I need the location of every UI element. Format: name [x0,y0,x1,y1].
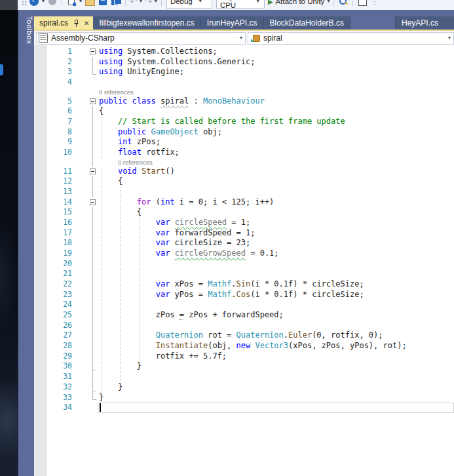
code-line-20[interactable]: 20 [34,259,454,269]
code-line-32[interactable]: 32 } [34,382,454,393]
code-line-6[interactable]: 6{ [34,106,454,117]
code-line-34[interactable]: 34 [34,403,454,413]
code-line-22[interactable]: 22 var xPos = Mathf.Sin(i * 0.1f) * circ… [34,279,454,290]
code-line-29[interactable]: 29 rotfix += 5.7f; [34,351,454,362]
code-line-15[interactable]: 15 { [34,207,454,218]
code-line-18[interactable]: 18 var circleSize = 23; [34,238,454,248]
code-line-2[interactable]: 2using System.Collections.Generic; [34,57,454,68]
code-line-23[interactable]: 23 var yPos = Mathf.Cos(i * 0.1f) * circ… [34,290,454,300]
code-line-30[interactable]: 30 } [34,361,454,372]
redo-icon[interactable]: ↷ [145,0,152,6]
debug-config-select[interactable]: Debug▾ [166,0,212,9]
indent-guide [102,300,102,310]
tab-fillbigtexewallonfirstopen-cs[interactable]: fillbigtexewallonfirstopen.cs [93,16,200,30]
project-dropdown[interactable]: Assembly-CSharp ▾ [36,32,246,45]
save-all-icon[interactable] [111,0,121,7]
code-line-25[interactable]: 25 zPos = zPos + forwardSpeed; [34,310,454,321]
code-line-21[interactable]: 21 [34,269,454,279]
code-line-26[interactable]: 26 [34,321,454,331]
attach-dropdown[interactable]: ▾ [327,0,330,4]
undo-icon[interactable]: ↶ [130,0,137,6]
code-text: var yPos = Mathf.Cos(i * 0.1f) * circleS… [98,290,454,300]
outline-margin [88,269,98,279]
collapse-toggle-icon[interactable] [88,197,98,208]
indent-guide [140,279,140,290]
new-file-icon[interactable] [66,0,77,7]
codelens-text[interactable]: 0 references [98,88,454,96]
codelens-references[interactable]: 0 references [118,159,153,166]
code-line-4[interactable]: 4 [34,77,454,88]
line-number: 8 [47,127,73,138]
code-editor[interactable]: 1using System.Collections;2using System.… [34,45,454,476]
type-dropdown[interactable]: spiral ▾ [248,32,454,45]
redo-dropdown[interactable]: ▾ [155,0,157,4]
find-in-files-icon[interactable] [338,0,349,7]
code-line-16[interactable]: 16 var circleSpeed = 1; [34,218,454,228]
indent-guide [102,341,102,351]
collapse-toggle-icon[interactable] [88,47,98,57]
line-number: 33 [47,393,73,403]
window-icon[interactable] [357,0,368,7]
code-text: } [98,393,454,403]
codelens-references[interactable]: 0 references [99,89,134,96]
line-number [47,158,73,167]
tab-irunheyapi-cs[interactable]: IrunHeyAPI.cs [201,16,264,30]
code-line-33[interactable]: 33} [34,393,454,403]
class-icon [251,34,260,42]
tab-heyapi-cs[interactable]: HeyAPI.cs [395,16,454,30]
code-line-19[interactable]: 19 var circleGrowSpeed = 0.1; [34,248,454,259]
code-text: zPos = zPos + forwardSpeed; [98,310,454,321]
code-line-9[interactable]: 9 int zPos; [34,137,454,148]
codelens-row: 0 references [34,88,454,96]
tab-label: IrunHeyAPI.cs [207,18,257,28]
collapse-toggle-icon[interactable] [88,96,98,107]
play-icon: ▶ [268,0,273,5]
codelens-text[interactable]: 0 references [98,158,454,167]
outline-margin [88,228,98,239]
code-line-8[interactable]: 8 public GameObject obj; [34,127,454,138]
tab-spiral-cs[interactable]: spiral.cs✕ [34,16,93,30]
outline-margin [88,117,98,127]
toolbar-grip[interactable] [22,0,26,6]
platform-select[interactable]: Any CPU▾ [216,0,265,9]
attach-to-unity-button[interactable]: ▶Attach to Unity [268,0,325,5]
code-line-10[interactable]: 10 float rotfix; [34,148,454,158]
undo-dropdown[interactable]: ▾ [140,0,142,4]
close-icon[interactable]: ✕ [84,20,89,27]
toolbox-label[interactable]: Toolbox [19,16,33,44]
open-folder-icon[interactable] [85,0,95,7]
indent-guide [102,382,102,393]
indent-guide [102,148,102,158]
tab-blockdataholderb-cs[interactable]: BlockDataHolderB.cs [264,16,350,30]
code-line-1[interactable]: 1using System.Collections; [34,47,454,57]
code-line-28[interactable]: 28 Instantiate(obj, new Vector3(xPos, zP… [34,341,454,351]
indent-guide [102,269,102,279]
code-line-7[interactable]: 7 // Start is called before the first fr… [34,117,454,127]
nav-back-dropdown[interactable]: ▾ [42,0,45,4]
code-line-27[interactable]: 27 Quaternion rot = Quaternion.Euler(0, … [34,330,454,341]
indent-guide [121,290,121,300]
code-line-3[interactable]: 3using UnityEngine; [34,67,454,77]
indent-guide [140,300,140,310]
toolbar-overflow-icon[interactable]: ⋮ [370,0,379,6]
code-line-11[interactable]: 11 void Start() [34,167,454,177]
outline-margin [88,279,98,290]
debug-config-select-label: Debug [170,0,193,5]
new-file-dropdown[interactable]: ▾ [79,0,82,4]
outline-margin [88,248,98,259]
code-line-31[interactable]: 31 [34,372,454,382]
collapse-toggle-icon[interactable] [88,167,98,177]
code-line-14[interactable]: 14 for (int i = 0; i < 125; i++) [34,197,454,208]
code-line-17[interactable]: 17 var forwardSpeed = 1; [34,228,454,239]
nav-back-icon[interactable] [29,0,39,7]
save-icon[interactable] [98,0,108,7]
code-text: var circleGrowSpeed = 0.1; [98,248,454,259]
pin-icon[interactable] [73,20,79,27]
code-line-13[interactable]: 13 [34,187,454,197]
nav-forward-icon[interactable] [47,0,58,7]
toolbox-panel-tab[interactable] [18,10,34,476]
code-line-24[interactable]: 24 [34,300,454,310]
outline-margin [88,321,98,331]
code-line-12[interactable]: 12 { [34,176,454,187]
code-line-5[interactable]: 5public class spiral : MonoBehaviour [34,96,454,107]
